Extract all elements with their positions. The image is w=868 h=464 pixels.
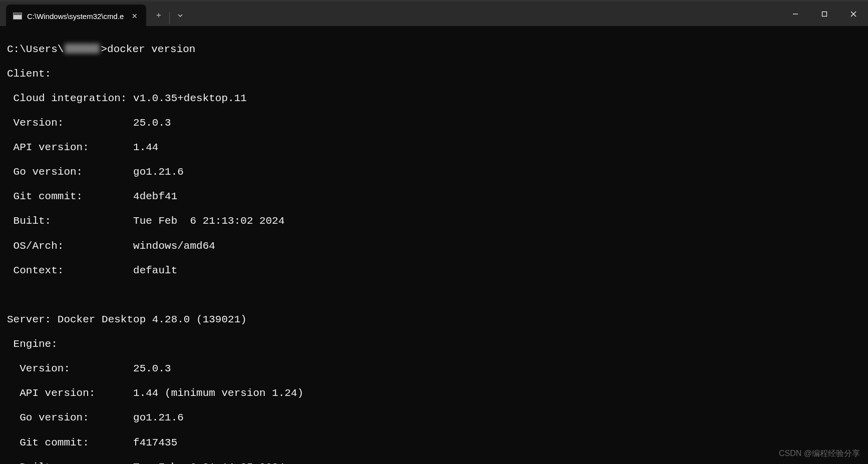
tab-title: C:\Windows\system32\cmd.e xyxy=(27,12,124,21)
chevron-down-icon xyxy=(177,13,183,19)
tab-active[interactable]: C:\Windows\system32\cmd.e ✕ xyxy=(6,5,146,28)
watermark: CSDN @编程经验分享 xyxy=(779,448,860,459)
engine-line: Version: 25.0.3 xyxy=(7,363,861,375)
engine-header: Engine: xyxy=(7,338,861,351)
client-line: Built: Tue Feb 6 21:13:02 2024 xyxy=(7,215,861,228)
cmd-icon xyxy=(13,13,22,20)
client-line: Version: 25.0.3 xyxy=(7,117,861,130)
engine-line: Built: Tue Feb 6 21:14:25 2024 xyxy=(7,461,861,464)
prompt-suffix: > xyxy=(101,44,107,56)
client-line: Go version: go1.21.6 xyxy=(7,166,861,179)
tab-actions: ＋ xyxy=(148,2,191,26)
client-line: OS/Arch: windows/amd64 xyxy=(7,240,861,253)
client-line: Context: default xyxy=(7,265,861,277)
window-controls xyxy=(781,2,868,26)
new-tab-button[interactable]: ＋ xyxy=(148,4,169,27)
maximize-icon xyxy=(821,11,827,17)
redacted-username xyxy=(65,44,100,54)
server-header: Server: Docker Desktop 4.28.0 (139021) xyxy=(7,314,861,326)
client-line: Git commit: 4debf41 xyxy=(7,191,861,203)
titlebar-drag-area[interactable] xyxy=(191,2,781,26)
terminal-window: C:\Windows\system32\cmd.e ✕ ＋ C:\Users\>… xyxy=(0,0,868,464)
minimize-icon xyxy=(792,11,798,17)
prompt-line: C:\Users\>docker version xyxy=(7,44,861,56)
close-icon xyxy=(850,11,856,17)
client-header: Client: xyxy=(7,68,861,81)
engine-line: Git commit: f417435 xyxy=(7,437,861,449)
maximize-button[interactable] xyxy=(810,2,839,26)
command-text: docker version xyxy=(107,44,195,56)
engine-line: API version: 1.44 (minimum version 1.24) xyxy=(7,387,861,400)
client-line: Cloud integration: v1.0.35+desktop.11 xyxy=(7,93,861,105)
minimize-button[interactable] xyxy=(781,2,810,26)
client-line: API version: 1.44 xyxy=(7,142,861,154)
close-window-button[interactable] xyxy=(839,2,868,26)
blank-line xyxy=(7,289,861,302)
terminal-output[interactable]: C:\Users\>docker version Client: Cloud i… xyxy=(0,26,868,464)
titlebar: C:\Windows\system32\cmd.e ✕ ＋ xyxy=(0,0,868,26)
prompt-prefix: C:\Users\ xyxy=(7,44,64,56)
tab-dropdown-button[interactable] xyxy=(170,4,191,27)
engine-line: Go version: go1.21.6 xyxy=(7,412,861,424)
svg-rect-1 xyxy=(822,12,827,16)
close-tab-icon[interactable]: ✕ xyxy=(129,11,140,22)
